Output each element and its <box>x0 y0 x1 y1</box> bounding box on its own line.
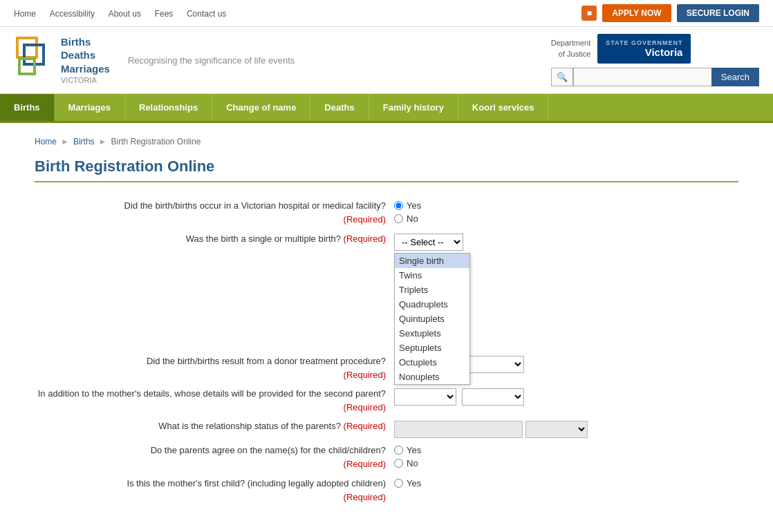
q2-controls: -- Select -- Single birth Twins Triplets… <box>394 232 738 251</box>
top-nav: Home Accessibility About us Fees Contact… <box>14 8 237 19</box>
option-septuplets[interactable]: Septuplets <box>395 341 469 355</box>
q7-yes-text: Yes <box>407 478 421 488</box>
q6-yes-label: Yes <box>394 445 738 455</box>
svg-rect-2 <box>19 59 35 74</box>
logo-marriages: Marriages <box>61 62 110 76</box>
logo-births: Births <box>61 35 110 49</box>
q7-controls: Yes <box>394 477 738 491</box>
q4-row: In addition to the mother's details, who… <box>35 387 738 414</box>
logo-area: Births Deaths Marriages VICTORIA <box>14 35 110 86</box>
top-bar: Home Accessibility About us Fees Contact… <box>0 0 773 27</box>
q7-row: Is this the mother's first child? (inclu… <box>35 477 738 504</box>
q6-yes-radio[interactable] <box>394 446 403 455</box>
header-right: Department of Justice STATE GOVERNMENT V… <box>551 34 759 86</box>
q1-required: (Required) <box>344 214 386 225</box>
q6-required: (Required) <box>344 459 386 469</box>
logo-text: Births Deaths Marriages VICTORIA <box>61 35 110 86</box>
q3-label: Did the birth/births result from a donor… <box>35 354 394 381</box>
q6-row: Do the parents agree on the name(s) for … <box>35 444 738 471</box>
tagline: Recognising the significance of life eve… <box>128 55 295 66</box>
q5-input[interactable] <box>394 421 523 438</box>
apply-now-button[interactable]: APPLY NOW <box>602 4 671 22</box>
content-wrapper: Home ► Births ► Birth Registration Onlin… <box>14 123 759 532</box>
header-left: Births Deaths Marriages VICTORIA Recogni… <box>14 35 295 86</box>
q6-yes-text: Yes <box>407 445 421 455</box>
birth-type-list: Single birth Twins Triplets Quadruplets … <box>394 253 470 385</box>
q5-label: What is the relationship status of the p… <box>35 419 394 433</box>
rss-icon[interactable]: ■ <box>581 6 597 21</box>
option-single-birth[interactable]: Single birth <box>395 254 469 268</box>
breadcrumb-sep2: ► <box>99 137 107 146</box>
nav-family-history[interactable]: Family history <box>369 94 458 121</box>
q5-controls <box>394 419 738 438</box>
q1-yes-text: Yes <box>407 200 421 211</box>
nav-deaths[interactable]: Deaths <box>310 94 369 121</box>
logo-deaths: Deaths <box>61 48 110 62</box>
q2-label: Was the birth a single or multiple birth… <box>35 232 394 246</box>
q4-select2[interactable] <box>462 388 524 406</box>
q5-select[interactable] <box>525 421 588 438</box>
logo-victoria: VICTORIA <box>61 75 110 85</box>
vic-gov-logo: STATE GOVERNMENT Victoria <box>597 34 691 64</box>
q4-controls <box>394 387 738 406</box>
search-bar: 🔍 Search <box>551 68 759 86</box>
q7-yes-radio[interactable] <box>394 479 403 488</box>
q3-row: Did the birth/births result from a donor… <box>35 354 738 381</box>
q3-select2[interactable] <box>462 356 524 373</box>
breadcrumb-home[interactable]: Home <box>35 137 57 146</box>
q4-required: (Required) <box>344 402 386 412</box>
q1-yes-radio[interactable] <box>394 201 403 210</box>
breadcrumb-current: Birth Registration Online <box>111 137 201 146</box>
option-sextuplets[interactable]: Sextuplets <box>395 326 469 341</box>
top-buttons: ■ APPLY NOW SECURE LOGIN <box>581 4 759 22</box>
q1-row: Did the birth/births occur in a Victoria… <box>35 199 738 227</box>
option-twins[interactable]: Twins <box>395 268 469 283</box>
option-triplets[interactable]: Triplets <box>395 283 469 297</box>
q4-inline <box>394 388 738 406</box>
dept-text: Department of Justice <box>551 38 590 59</box>
search-input[interactable] <box>573 68 711 86</box>
option-quintuplets[interactable]: Quintuplets <box>395 312 469 326</box>
nav-change-of-name[interactable]: Change of name <box>212 94 310 121</box>
option-quadruplets[interactable]: Quadruplets <box>395 297 469 312</box>
nav-contact[interactable]: Contact us <box>187 9 226 19</box>
q6-controls: Yes No <box>394 444 738 471</box>
q7-label: Is this the mother's first child? (inclu… <box>35 477 394 504</box>
option-nonuplets[interactable]: Nonuplets <box>395 370 469 384</box>
q6-label: Do the parents agree on the name(s) for … <box>35 444 394 471</box>
breadcrumb: Home ► Births ► Birth Registration Onlin… <box>35 137 738 146</box>
page-title: Birth Registration Online <box>35 158 738 182</box>
q5-row: What is the relationship status of the p… <box>35 419 738 438</box>
main-nav: Births Marriages Relationships Change of… <box>0 94 773 123</box>
nav-accessibility[interactable]: Accessibility <box>50 9 95 19</box>
option-octuplets[interactable]: Octuplets <box>395 355 469 370</box>
q6-no-text: No <box>407 458 418 468</box>
nav-home[interactable]: Home <box>14 9 36 19</box>
q4-select[interactable] <box>394 388 456 406</box>
q2-row: Was the birth a single or multiple birth… <box>35 232 738 251</box>
birth-type-dropdown[interactable]: -- Select -- Single birth Twins Triplets… <box>394 234 463 251</box>
nav-births[interactable]: Births <box>0 94 55 121</box>
nav-relationships[interactable]: Relationships <box>125 94 212 121</box>
breadcrumb-sep1: ► <box>61 137 69 146</box>
nav-fees[interactable]: Fees <box>155 9 174 19</box>
q3-required: (Required) <box>344 370 386 380</box>
secure-login-button[interactable]: SECURE LOGIN <box>677 4 759 22</box>
nav-koori[interactable]: Koori services <box>458 94 549 121</box>
q1-no-text: No <box>407 213 418 224</box>
q7-required: (Required) <box>344 492 386 502</box>
q4-label: In addition to the mother's details, who… <box>35 387 394 414</box>
nav-marriages[interactable]: Marriages <box>55 94 125 121</box>
q6-no-radio[interactable] <box>394 459 403 468</box>
q1-no-radio[interactable] <box>394 214 403 223</box>
birth-type-select[interactable]: -- Select -- <box>394 234 463 251</box>
q7-yes-label: Yes <box>394 478 738 488</box>
q1-yes-label: Yes <box>394 200 738 211</box>
breadcrumb-births[interactable]: Births <box>73 137 95 146</box>
logo-icon <box>14 35 55 86</box>
svg-rect-0 <box>17 38 37 57</box>
search-button[interactable]: Search <box>711 68 759 86</box>
q1-label: Did the birth/births occur in a Victoria… <box>35 199 394 226</box>
q2-required: (Required) <box>344 234 386 244</box>
nav-about[interactable]: About us <box>109 9 141 19</box>
